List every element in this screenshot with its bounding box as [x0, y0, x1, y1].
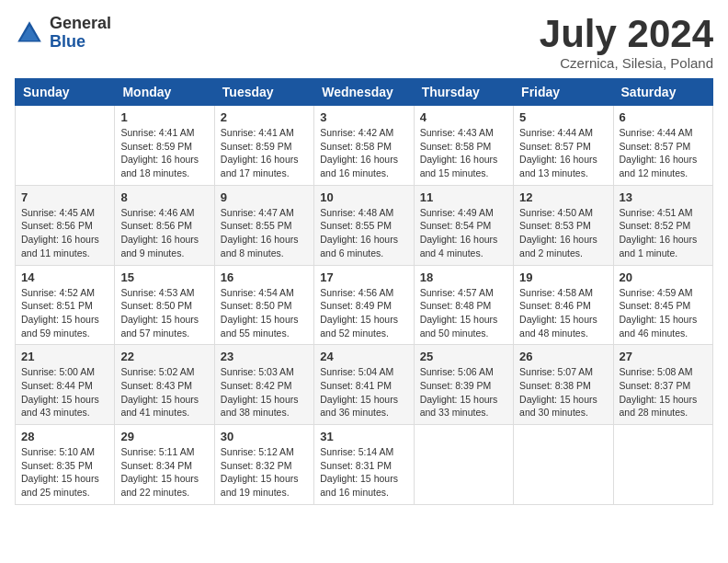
calendar-cell: 21Sunrise: 5:00 AM Sunset: 8:44 PM Dayli…	[16, 345, 115, 425]
day-info: Sunrise: 4:46 AM Sunset: 8:56 PM Dayligh…	[120, 206, 208, 260]
week-row-3: 14Sunrise: 4:52 AM Sunset: 8:51 PM Dayli…	[16, 265, 713, 345]
calendar-cell: 9Sunrise: 4:47 AM Sunset: 8:55 PM Daylig…	[214, 185, 313, 265]
calendar-cell: 22Sunrise: 5:02 AM Sunset: 8:43 PM Dayli…	[115, 345, 214, 425]
day-number: 14	[21, 270, 108, 284]
day-info: Sunrise: 5:14 AM Sunset: 8:31 PM Dayligh…	[320, 445, 407, 500]
day-info: Sunrise: 4:41 AM Sunset: 8:59 PM Dayligh…	[120, 126, 208, 180]
logo-text: General Blue	[50, 15, 111, 52]
day-info: Sunrise: 4:50 AM Sunset: 8:53 PM Dayligh…	[519, 206, 607, 260]
day-info: Sunrise: 4:54 AM Sunset: 8:50 PM Dayligh…	[221, 286, 308, 340]
calendar-cell: 17Sunrise: 4:56 AM Sunset: 8:49 PM Dayli…	[314, 265, 414, 345]
day-number: 27	[620, 350, 707, 363]
week-row-5: 28Sunrise: 5:10 AM Sunset: 8:35 PM Dayli…	[16, 425, 713, 505]
day-number: 19	[519, 270, 607, 284]
header-thursday: Thursday	[414, 79, 513, 106]
calendar-cell: 5Sunrise: 4:44 AM Sunset: 8:57 PM Daylig…	[514, 106, 613, 186]
day-number: 2	[221, 110, 308, 124]
calendar-cell: 20Sunrise: 4:59 AM Sunset: 8:45 PM Dayli…	[613, 265, 712, 345]
calendar-cell: 28Sunrise: 5:10 AM Sunset: 8:35 PM Dayli…	[16, 425, 115, 505]
day-number: 13	[620, 190, 707, 204]
day-number: 20	[620, 270, 707, 284]
day-info: Sunrise: 5:03 AM Sunset: 8:42 PM Dayligh…	[221, 365, 308, 419]
calendar-cell	[414, 425, 513, 505]
calendar-cell: 12Sunrise: 4:50 AM Sunset: 8:53 PM Dayli…	[514, 185, 613, 265]
calendar-cell: 1Sunrise: 4:41 AM Sunset: 8:59 PM Daylig…	[115, 106, 214, 186]
calendar-cell: 2Sunrise: 4:41 AM Sunset: 8:59 PM Daylig…	[214, 106, 313, 186]
day-info: Sunrise: 4:51 AM Sunset: 8:52 PM Dayligh…	[620, 206, 707, 260]
calendar-cell: 16Sunrise: 4:54 AM Sunset: 8:50 PM Dayli…	[214, 265, 313, 345]
day-info: Sunrise: 4:58 AM Sunset: 8:46 PM Dayligh…	[519, 286, 607, 340]
day-number: 4	[420, 110, 507, 124]
day-number: 5	[519, 110, 607, 124]
day-info: Sunrise: 5:08 AM Sunset: 8:37 PM Dayligh…	[620, 365, 707, 419]
logo: General Blue	[15, 15, 111, 52]
header-row: SundayMondayTuesdayWednesdayThursdayFrid…	[16, 79, 713, 106]
day-number: 18	[420, 270, 507, 284]
day-number: 9	[221, 190, 308, 204]
day-number: 22	[120, 350, 208, 363]
day-info: Sunrise: 4:42 AM Sunset: 8:58 PM Dayligh…	[320, 126, 407, 180]
day-info: Sunrise: 4:41 AM Sunset: 8:59 PM Dayligh…	[221, 126, 308, 180]
day-info: Sunrise: 5:00 AM Sunset: 8:44 PM Dayligh…	[21, 365, 108, 419]
day-info: Sunrise: 5:12 AM Sunset: 8:32 PM Dayligh…	[221, 445, 308, 500]
calendar-cell: 19Sunrise: 4:58 AM Sunset: 8:46 PM Dayli…	[514, 265, 613, 345]
day-info: Sunrise: 4:53 AM Sunset: 8:50 PM Dayligh…	[120, 286, 208, 340]
day-info: Sunrise: 5:10 AM Sunset: 8:35 PM Dayligh…	[21, 445, 108, 500]
day-info: Sunrise: 4:44 AM Sunset: 8:57 PM Dayligh…	[620, 126, 707, 180]
day-number: 6	[620, 110, 707, 124]
title-block: July 2024 Czernica, Silesia, Poland	[540, 15, 713, 71]
day-info: Sunrise: 4:59 AM Sunset: 8:45 PM Dayligh…	[620, 286, 707, 340]
calendar-cell: 14Sunrise: 4:52 AM Sunset: 8:51 PM Dayli…	[16, 265, 115, 345]
header-tuesday: Tuesday	[214, 79, 313, 106]
day-info: Sunrise: 4:43 AM Sunset: 8:58 PM Dayligh…	[420, 126, 507, 180]
day-number: 25	[420, 350, 507, 363]
calendar-cell	[16, 106, 115, 186]
page-header: General Blue July 2024 Czernica, Silesia…	[15, 15, 713, 71]
day-info: Sunrise: 4:47 AM Sunset: 8:55 PM Dayligh…	[221, 206, 308, 260]
day-info: Sunrise: 4:49 AM Sunset: 8:54 PM Dayligh…	[420, 206, 507, 260]
day-number: 11	[420, 190, 507, 204]
calendar-cell: 11Sunrise: 4:49 AM Sunset: 8:54 PM Dayli…	[414, 185, 513, 265]
header-sunday: Sunday	[16, 79, 115, 106]
calendar-cell: 24Sunrise: 5:04 AM Sunset: 8:41 PM Dayli…	[314, 345, 414, 425]
day-info: Sunrise: 4:44 AM Sunset: 8:57 PM Dayligh…	[519, 126, 607, 180]
calendar-cell: 26Sunrise: 5:07 AM Sunset: 8:38 PM Dayli…	[514, 345, 613, 425]
calendar-cell	[514, 425, 613, 505]
calendar-cell: 4Sunrise: 4:43 AM Sunset: 8:58 PM Daylig…	[414, 106, 513, 186]
location-text: Czernica, Silesia, Poland	[540, 55, 713, 71]
calendar-cell: 23Sunrise: 5:03 AM Sunset: 8:42 PM Dayli…	[214, 345, 313, 425]
month-year-title: July 2024	[540, 15, 713, 53]
calendar-cell: 18Sunrise: 4:57 AM Sunset: 8:48 PM Dayli…	[414, 265, 513, 345]
header-saturday: Saturday	[613, 79, 712, 106]
day-info: Sunrise: 5:04 AM Sunset: 8:41 PM Dayligh…	[320, 365, 407, 419]
header-wednesday: Wednesday	[314, 79, 414, 106]
day-number: 30	[221, 430, 308, 443]
calendar-cell: 30Sunrise: 5:12 AM Sunset: 8:32 PM Dayli…	[214, 425, 313, 505]
day-info: Sunrise: 4:57 AM Sunset: 8:48 PM Dayligh…	[420, 286, 507, 340]
day-number: 31	[320, 430, 407, 443]
week-row-4: 21Sunrise: 5:00 AM Sunset: 8:44 PM Dayli…	[16, 345, 713, 425]
day-number: 1	[120, 110, 208, 124]
calendar-cell: 29Sunrise: 5:11 AM Sunset: 8:34 PM Dayli…	[115, 425, 214, 505]
calendar-cell: 25Sunrise: 5:06 AM Sunset: 8:39 PM Dayli…	[414, 345, 513, 425]
calendar-cell: 3Sunrise: 4:42 AM Sunset: 8:58 PM Daylig…	[314, 106, 414, 186]
day-info: Sunrise: 4:48 AM Sunset: 8:55 PM Dayligh…	[320, 206, 407, 260]
day-number: 17	[320, 270, 407, 284]
calendar-cell	[613, 425, 712, 505]
day-number: 21	[21, 350, 108, 363]
day-info: Sunrise: 5:11 AM Sunset: 8:34 PM Dayligh…	[120, 445, 208, 500]
day-info: Sunrise: 5:02 AM Sunset: 8:43 PM Dayligh…	[120, 365, 208, 419]
day-info: Sunrise: 4:56 AM Sunset: 8:49 PM Dayligh…	[320, 286, 407, 340]
logo-blue-text: Blue	[50, 33, 111, 52]
day-info: Sunrise: 4:52 AM Sunset: 8:51 PM Dayligh…	[21, 286, 108, 340]
day-info: Sunrise: 4:45 AM Sunset: 8:56 PM Dayligh…	[21, 206, 108, 260]
calendar-cell: 31Sunrise: 5:14 AM Sunset: 8:31 PM Dayli…	[314, 425, 414, 505]
calendar-cell: 7Sunrise: 4:45 AM Sunset: 8:56 PM Daylig…	[16, 185, 115, 265]
day-number: 12	[519, 190, 607, 204]
calendar-cell: 13Sunrise: 4:51 AM Sunset: 8:52 PM Dayli…	[613, 185, 712, 265]
day-number: 16	[221, 270, 308, 284]
day-number: 24	[320, 350, 407, 363]
day-number: 28	[21, 430, 108, 443]
day-info: Sunrise: 5:07 AM Sunset: 8:38 PM Dayligh…	[519, 365, 607, 419]
logo-icon	[15, 18, 44, 48]
